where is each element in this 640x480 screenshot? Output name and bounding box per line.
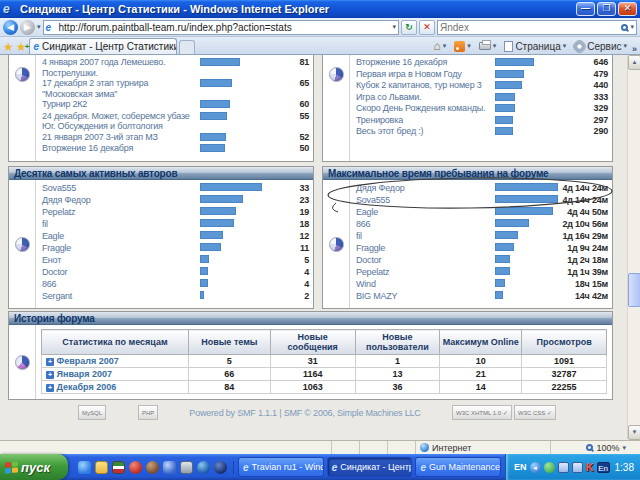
search-icon[interactable]	[621, 24, 628, 31]
search-input[interactable]	[440, 22, 619, 33]
stat-label-link[interactable]: Турнир 2К2	[42, 99, 200, 110]
history-month-cell[interactable]: + Января 2007	[42, 368, 189, 381]
favorites-star-icon[interactable]: ★	[3, 40, 14, 54]
rss-button[interactable]: ▾	[451, 38, 474, 54]
minimize-button[interactable]: —	[576, 2, 595, 16]
stat-label-link[interactable]: Кубок 2 капитанов, тур номер 3	[356, 80, 495, 91]
w3c-xhtml-badge[interactable]: W3C XHTML 1.0 ✓	[452, 405, 512, 420]
history-month-cell[interactable]: + Февраля 2007	[42, 355, 189, 368]
network-icon[interactable]	[572, 462, 583, 473]
quicklaunch-sphere-icon[interactable]	[197, 461, 210, 474]
stat-label-link[interactable]: Вторжение 16 декабря	[42, 143, 200, 154]
stat-label-link[interactable]: 866	[356, 218, 495, 230]
zoom-dropdown-icon[interactable]: ▾	[622, 444, 626, 452]
mysql-badge[interactable]: MySQL	[78, 405, 106, 420]
stat-label-link[interactable]: Fraggle	[42, 242, 200, 254]
quicklaunch-opera-icon[interactable]	[129, 461, 142, 474]
stat-bar	[200, 58, 240, 66]
address-dropdown-icon[interactable]: ▾	[392, 23, 396, 31]
language-bar-icon[interactable]: ◂	[530, 462, 541, 473]
language-badge[interactable]: En	[597, 462, 610, 473]
quicklaunch-tool-icon[interactable]	[180, 461, 193, 474]
toolbar-overflow-chevron[interactable]: »	[632, 44, 637, 54]
vertical-scrollbar[interactable]: ▲ ▼	[627, 55, 640, 440]
add-favorite-icon[interactable]: ★	[16, 40, 27, 54]
tools-menu-button[interactable]: Сервис▾	[571, 38, 630, 54]
task-button-sindikat[interactable]: eСиндикат - Центр С...	[327, 457, 413, 477]
expand-plus-icon[interactable]: +	[46, 358, 54, 366]
stat-label-link[interactable]: Sova555	[356, 194, 495, 206]
stat-label-link[interactable]: Eagle	[356, 206, 495, 218]
stat-label-link[interactable]: Doctor	[42, 266, 200, 278]
month-link[interactable]: Января 2007	[57, 369, 112, 379]
scroll-up-arrow[interactable]: ▲	[628, 55, 640, 70]
start-button[interactable]: пуск	[0, 454, 68, 480]
forward-button[interactable]: ▶	[20, 20, 35, 35]
stat-label-link[interactable]: Doctor	[356, 254, 495, 266]
stat-label-link[interactable]: Енот	[42, 254, 200, 266]
print-button[interactable]: ▾	[476, 38, 500, 54]
php-badge[interactable]: PHP	[138, 405, 158, 420]
month-link[interactable]: Февраля 2007	[57, 356, 119, 366]
stat-label-link[interactable]: BIG MAZY	[356, 290, 495, 302]
antivirus-icon[interactable]: K	[586, 461, 594, 473]
history-month-cell[interactable]: + Декабря 2006	[42, 381, 189, 394]
stat-label-link[interactable]: Eagle	[42, 230, 200, 242]
stat-label-link[interactable]: Дядя Федор	[356, 182, 495, 194]
search-dropdown-icon[interactable]: ▾	[630, 23, 634, 31]
back-button[interactable]: ◀	[3, 20, 18, 35]
stat-label-link[interactable]: fil	[356, 230, 495, 242]
search-box[interactable]: ▾	[437, 20, 637, 35]
task-button-travian[interactable]: eTravian ru1 - Window...	[238, 457, 324, 477]
address-field[interactable]: e ▾	[43, 20, 399, 35]
new-tab-stub[interactable]	[179, 40, 195, 54]
month-link[interactable]: Декабря 2006	[57, 382, 117, 392]
scroll-thumb[interactable]	[628, 273, 640, 307]
close-button[interactable]: ✕	[618, 2, 637, 16]
stat-label-link[interactable]: Fraggle	[356, 242, 495, 254]
stat-label-link[interactable]: Pepelatz	[42, 206, 200, 218]
w3c-css-badge[interactable]: W3C CSS ✓	[514, 405, 556, 420]
maximize-button[interactable]: ❐	[597, 2, 616, 16]
quicklaunch-globe-icon[interactable]	[146, 461, 159, 474]
url-input[interactable]	[59, 22, 391, 33]
stat-label-link[interactable]: Pepelatz	[356, 266, 495, 278]
active-tab[interactable]: e Синдикат - Центр Статистики	[29, 38, 177, 54]
stat-label-link[interactable]: Весь этот бред :)	[356, 126, 495, 137]
stat-label-link[interactable]: fil	[42, 218, 200, 230]
stat-label-link[interactable]: Первая игра в Новом Году	[356, 69, 495, 80]
quicklaunch-flag-icon[interactable]	[112, 461, 125, 474]
stat-label-link[interactable]: Игра со Львами.	[356, 92, 495, 103]
scroll-down-arrow[interactable]: ▼	[628, 425, 640, 440]
expand-plus-icon[interactable]: +	[46, 384, 54, 392]
stat-label-link[interactable]: Скоро День Рождения команды.	[356, 103, 495, 114]
stat-label-link[interactable]: Тренировка	[356, 115, 495, 126]
history-dropdown-icon[interactable]: ▾	[37, 23, 41, 31]
refresh-button[interactable]: ↻	[401, 20, 417, 35]
language-indicator[interactable]: EN	[514, 462, 527, 472]
stat-label-link[interactable]: 866	[42, 278, 200, 290]
stat-label-link[interactable]: 21 января 2007 3-ий этап МЗ	[42, 132, 200, 143]
stat-label-link[interactable]: Sergant	[42, 290, 200, 302]
expand-plus-icon[interactable]: +	[46, 371, 54, 379]
quicklaunch-app-icon[interactable]	[163, 461, 176, 474]
quicklaunch-folder-icon[interactable]	[95, 461, 108, 474]
stat-label-link[interactable]: 4 января 2007 года Лемешево. Пострелушки…	[42, 57, 200, 78]
stat-label-link[interactable]: 17 декабря 2 этап турнира "Московская зи…	[42, 78, 200, 99]
page-menu-button[interactable]: Страница▾	[501, 38, 569, 54]
stat-bar-cell	[495, 126, 538, 138]
stat-label-link[interactable]: Вторжение 16 декабря	[356, 57, 495, 68]
home-button[interactable]: ⌂▾	[431, 38, 450, 54]
stat-label-link[interactable]: 24 декабря. Может, соберемся убазе Юг. О…	[42, 111, 200, 132]
stop-button[interactable]: ✕	[419, 20, 435, 35]
stat-label-link[interactable]: Дядя Федор	[42, 194, 200, 206]
tray-green-icon[interactable]	[544, 462, 555, 473]
stat-label-link[interactable]: Sova555	[42, 182, 200, 194]
task-button-gun[interactable]: eGun Maintenance at ...	[415, 457, 501, 477]
quicklaunch-ie-icon[interactable]	[78, 461, 91, 474]
zoom-control[interactable]: 100% ▾	[550, 441, 630, 454]
powered-by-text[interactable]: Powered by SMF 1.1.1 | SMF © 2006, Simpl…	[170, 408, 440, 418]
quicklaunch-dark-icon[interactable]	[214, 461, 227, 474]
stat-label-link[interactable]: Wind	[356, 278, 495, 290]
network-icon[interactable]	[558, 462, 569, 473]
